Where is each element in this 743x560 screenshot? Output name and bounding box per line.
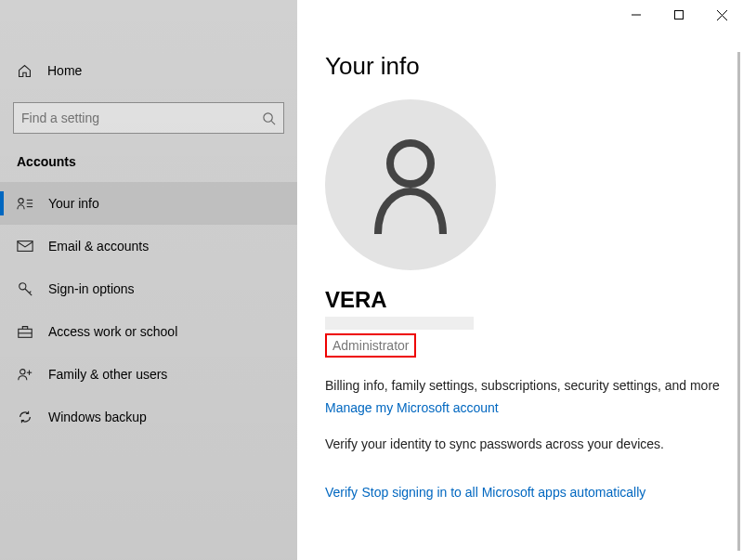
svg-rect-10: [18, 241, 33, 252]
stop-signin-link[interactable]: Stop signing in to all Microsoft apps au…: [361, 485, 645, 500]
people-icon: [17, 367, 33, 382]
sidebar-item-label: Access work or school: [48, 324, 177, 339]
svg-line-13: [30, 292, 32, 293]
svg-point-16: [20, 370, 25, 374]
sidebar-home-label: Home: [47, 63, 82, 78]
sidebar: Home Accounts Your info Email & accounts: [0, 0, 297, 560]
svg-point-6: [19, 199, 23, 203]
sidebar-home[interactable]: Home: [0, 52, 297, 89]
svg-point-11: [20, 283, 26, 290]
sidebar-item-your-info[interactable]: Your info: [0, 182, 297, 225]
search-input[interactable]: [13, 102, 284, 134]
avatar: [325, 99, 496, 270]
sidebar-item-label: Sign-in options: [48, 281, 135, 296]
user-email-redacted: [325, 317, 474, 330]
sync-icon: [17, 409, 33, 425]
verify-link[interactable]: Verify: [325, 485, 358, 500]
manage-account-link[interactable]: Manage my Microsoft account: [325, 400, 499, 415]
sidebar-item-label: Family & other users: [48, 367, 167, 382]
briefcase-icon: [17, 324, 33, 339]
sidebar-item-label: Your info: [48, 196, 99, 211]
sidebar-item-label: Email & accounts: [48, 239, 149, 254]
sidebar-item-label: Windows backup: [48, 410, 147, 424]
svg-point-19: [390, 143, 431, 184]
your-info-icon: [17, 196, 33, 211]
verify-text: Verify your identity to sync passwords a…: [325, 436, 743, 451]
billing-text: Billing info, family settings, subscript…: [325, 378, 743, 393]
sidebar-item-work-school[interactable]: Access work or school: [0, 310, 297, 353]
svg-point-4: [264, 112, 272, 121]
sidebar-item-signin-options[interactable]: Sign-in options: [0, 267, 297, 310]
svg-line-5: [271, 121, 275, 124]
content-area: Your info VERA Administrator Billing inf…: [297, 0, 743, 560]
key-icon: [17, 280, 33, 297]
role-highlight: Administrator: [325, 333, 416, 358]
sidebar-category: Accounts: [0, 134, 297, 182]
scrollbar[interactable]: [737, 52, 740, 551]
sidebar-item-windows-backup[interactable]: Windows backup: [0, 396, 297, 438]
user-role: Administrator: [332, 338, 409, 353]
person-icon: [364, 134, 457, 236]
sidebar-item-family-users[interactable]: Family & other users: [0, 353, 297, 396]
search-field[interactable]: [21, 111, 262, 125]
sidebar-item-email-accounts[interactable]: Email & accounts: [0, 225, 297, 267]
home-icon: [17, 63, 33, 79]
page-title: Your info: [325, 52, 743, 81]
user-name: VERA: [325, 287, 743, 313]
search-icon: [262, 111, 276, 125]
mail-icon: [17, 240, 33, 253]
